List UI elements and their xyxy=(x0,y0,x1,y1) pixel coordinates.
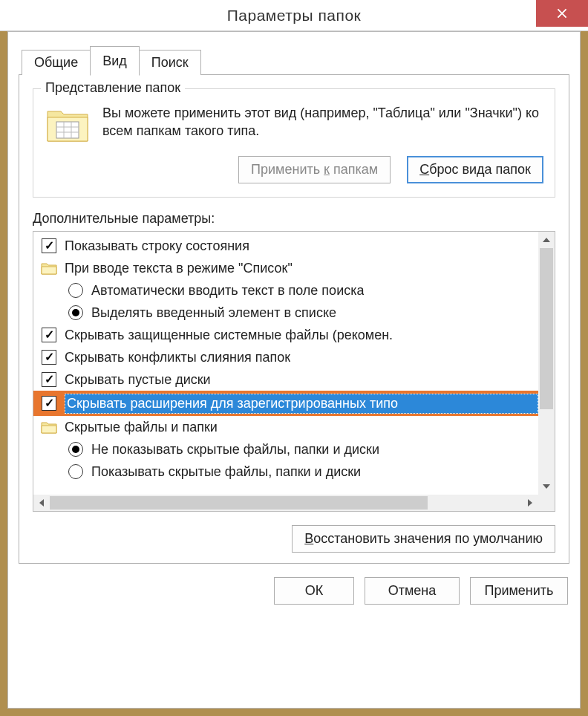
reset-folders-button[interactable]: Сброс вида папок xyxy=(407,156,543,183)
advanced-settings-listbox[interactable]: Показывать строку состоянияПри вводе тек… xyxy=(33,231,555,512)
dialog-button-row: ОК Отмена Применить xyxy=(19,577,569,605)
tab-general[interactable]: Общие xyxy=(22,50,91,75)
list-item-label: При вводе текста в режиме "Список" xyxy=(65,261,293,276)
list-item[interactable]: Скрывать конфликты слияния папок xyxy=(33,346,538,368)
titlebar: Параметры папок xyxy=(0,0,588,31)
radio[interactable] xyxy=(68,305,84,321)
list-item-label: Показывать скрытые файлы, папки и диски xyxy=(91,464,361,480)
scroll-left-arrow-icon[interactable] xyxy=(33,495,50,511)
list-item[interactable]: При вводе текста в режиме "Список" xyxy=(33,257,538,279)
scroll-thumb[interactable] xyxy=(540,248,553,409)
checkbox[interactable] xyxy=(41,395,57,411)
apply-to-folders-button[interactable]: Применить к папкам xyxy=(238,156,391,183)
horizontal-scrollbar[interactable] xyxy=(33,495,555,511)
scroll-corner xyxy=(538,495,555,511)
checkbox[interactable] xyxy=(41,371,57,388)
list-item-label: Скрывать защищенные системные файлы (рек… xyxy=(65,328,393,343)
list-item[interactable]: Показывать скрытые файлы, папки и диски xyxy=(33,460,538,483)
radio[interactable] xyxy=(68,463,84,480)
list-item-label: Показывать строку состояния xyxy=(65,238,249,254)
list-item[interactable]: Скрытые файлы и папки xyxy=(33,416,538,438)
window-title: Параметры папок xyxy=(227,7,362,25)
tab-search[interactable]: Поиск xyxy=(139,50,201,75)
checkbox[interactable] xyxy=(41,327,57,343)
folder-icon xyxy=(41,419,57,435)
list-item-label: Автоматически вводить текст в поле поиск… xyxy=(91,283,364,299)
advanced-settings-label: Дополнительные параметры: xyxy=(33,211,555,227)
apply-button[interactable]: Применить xyxy=(470,577,568,605)
list-item[interactable]: Скрывать защищенные системные файлы (рек… xyxy=(33,324,538,346)
list-item-label: Скрывать расширения для зарегистрированн… xyxy=(65,394,538,414)
checkbox[interactable] xyxy=(41,349,57,365)
scroll-track[interactable] xyxy=(538,248,555,478)
vertical-scrollbar[interactable] xyxy=(538,232,555,495)
checkbox[interactable] xyxy=(41,238,57,254)
list-item[interactable]: Не показывать скрытые файлы, папки и дис… xyxy=(33,438,538,460)
list-item-label: Скрывать конфликты слияния папок xyxy=(65,350,290,365)
list-item[interactable]: Автоматически вводить текст в поле поиск… xyxy=(33,279,538,302)
list-item-label: Не показывать скрытые файлы, папки и дис… xyxy=(91,442,379,458)
folder-view-description: Вы можете применить этот вид (например, … xyxy=(102,104,543,146)
folder-view-group-title: Представление папок xyxy=(41,80,185,96)
folder-view-group: Представление папок Вы можете применить … xyxy=(33,88,555,198)
scroll-down-arrow-icon[interactable] xyxy=(538,478,555,495)
tab-view[interactable]: Вид xyxy=(90,46,140,76)
restore-defaults-button[interactable]: Восстановить значения по умолчанию xyxy=(292,525,555,553)
list-item[interactable]: Выделять введенный элемент в списке xyxy=(33,302,538,324)
close-button[interactable] xyxy=(536,0,588,27)
radio[interactable] xyxy=(68,282,84,299)
list-item[interactable]: Показывать строку состояния xyxy=(33,235,538,257)
tab-strip: Общие Вид Поиск xyxy=(22,45,569,75)
ok-button[interactable]: ОК xyxy=(274,577,354,605)
folder-icon xyxy=(41,260,57,276)
scroll-up-arrow-icon[interactable] xyxy=(538,232,555,248)
close-icon xyxy=(557,8,567,19)
content-frame: Общие Вид Поиск Представление папок xyxy=(7,31,581,709)
cancel-button[interactable]: Отмена xyxy=(365,577,460,605)
dialog-window: Параметры папок Общие Вид Поиск Представ… xyxy=(0,0,588,716)
hscroll-thumb[interactable] xyxy=(50,496,428,510)
list-item-label: Скрывать пустые диски xyxy=(65,372,211,388)
folder-options-icon xyxy=(45,104,91,146)
list-item[interactable]: Скрывать расширения для зарегистрированн… xyxy=(33,391,538,416)
radio[interactable] xyxy=(68,441,84,458)
hscroll-track[interactable] xyxy=(50,495,522,511)
list-item-label: Выделять введенный элемент в списке xyxy=(91,305,336,321)
list-item-label: Скрытые файлы и папки xyxy=(65,420,218,435)
scroll-right-arrow-icon[interactable] xyxy=(522,495,538,511)
list-item[interactable]: Скрывать пустые диски xyxy=(33,368,538,391)
tab-panel-view: Представление папок Вы можете применить … xyxy=(19,74,569,564)
svg-rect-0 xyxy=(56,122,79,138)
